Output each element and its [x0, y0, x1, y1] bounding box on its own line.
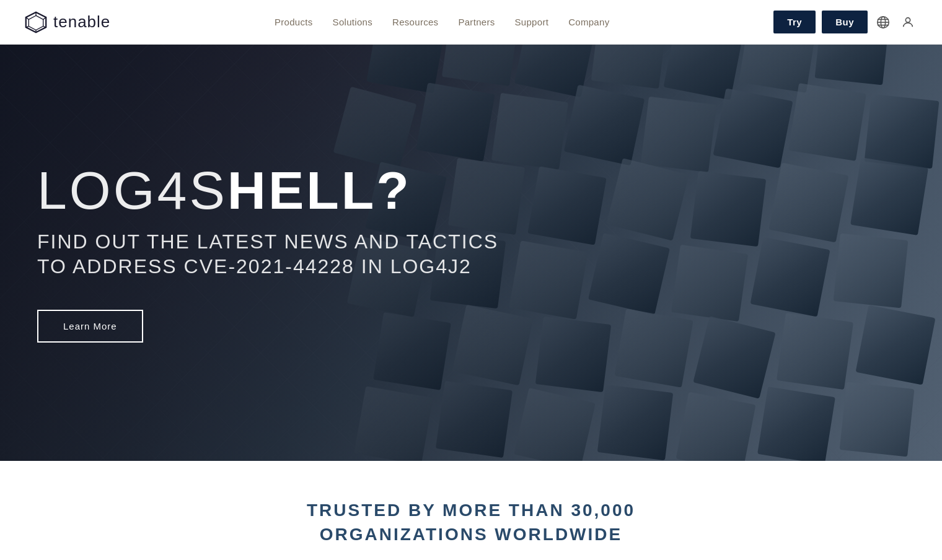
- main-nav: Products Solutions Resources Partners Su…: [275, 17, 609, 27]
- language-button[interactable]: [874, 13, 892, 32]
- svg-marker-1: [29, 15, 43, 30]
- trusted-title: TRUSTED BY MORE THAN 30,000 ORGANIZATION…: [25, 498, 917, 546]
- site-header: tenable Products Solutions Resources Par…: [0, 0, 942, 45]
- hero-content: LOG4SHELL? FIND OUT THE LATEST NEWS AND …: [0, 164, 558, 343]
- hero-title-bold: HELL?: [227, 160, 412, 220]
- svg-point-13: [905, 17, 910, 22]
- try-button[interactable]: Try: [773, 11, 816, 33]
- hero-title-light: LOG4S: [37, 160, 227, 220]
- nav-solutions[interactable]: Solutions: [333, 17, 372, 27]
- header-actions: Try Buy: [773, 11, 917, 33]
- tenable-logo-icon: [25, 11, 47, 33]
- logo-text: tenable: [53, 12, 110, 32]
- nav-partners[interactable]: Partners: [458, 17, 495, 27]
- nav-support[interactable]: Support: [515, 17, 549, 27]
- nav-company[interactable]: Company: [568, 17, 609, 27]
- trusted-line2: ORGANIZATIONS WORLDWIDE: [320, 525, 622, 544]
- nav-products[interactable]: Products: [275, 17, 313, 27]
- buy-button[interactable]: Buy: [822, 11, 868, 33]
- hero-subtitle: FIND OUT THE LATEST NEWS AND TACTICS TO …: [37, 229, 521, 279]
- user-account-button[interactable]: [899, 13, 917, 32]
- trusted-line1: TRUSTED BY MORE THAN 30,000: [307, 501, 635, 520]
- hero-section: LOG4SHELL? FIND OUT THE LATEST NEWS AND …: [0, 45, 942, 461]
- learn-more-button[interactable]: Learn More: [37, 310, 143, 343]
- user-icon: [901, 15, 915, 29]
- nav-resources[interactable]: Resources: [392, 17, 438, 27]
- logo-link[interactable]: tenable: [25, 11, 110, 33]
- hero-title: LOG4SHELL?: [37, 164, 521, 217]
- trusted-section: TRUSTED BY MORE THAN 30,000 ORGANIZATION…: [0, 461, 942, 560]
- globe-icon: [876, 15, 890, 29]
